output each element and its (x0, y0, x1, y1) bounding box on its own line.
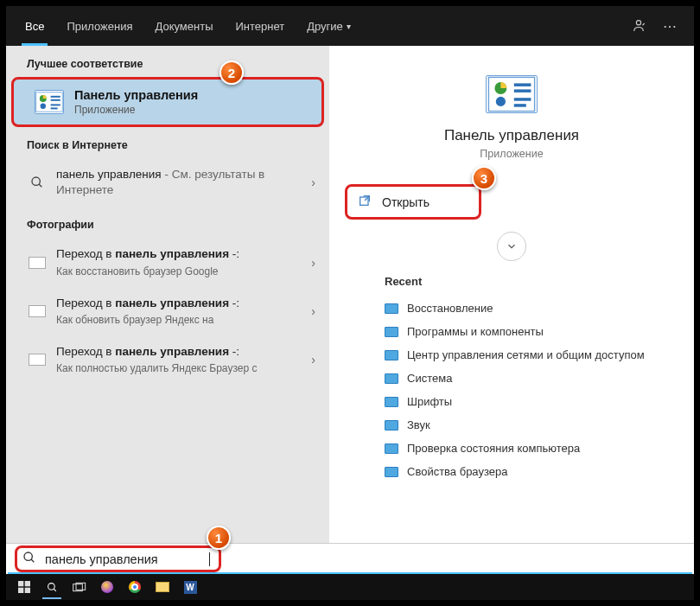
taskbar-yandex[interactable] (94, 575, 120, 599)
preview-title: Панель управления (345, 127, 678, 144)
recent-header: Recent (385, 275, 678, 288)
chevron-down-icon: ▾ (347, 22, 351, 31)
best-match-header: Лучшее соответствие (6, 46, 329, 77)
tab-documents[interactable]: Документы (144, 6, 223, 46)
annotation-badge-3: 3 (472, 166, 496, 190)
cpl-item-icon (385, 327, 398, 337)
open-icon (358, 194, 372, 210)
photos-header: Фотографии (6, 207, 329, 238)
tab-web[interactable]: Интернет (225, 6, 295, 46)
control-panel-large-icon (486, 75, 538, 113)
svg-point-8 (32, 177, 40, 185)
photo-result-1[interactable]: Переход в панель управления -:Как восста… (6, 238, 329, 286)
chevron-right-icon: › (311, 353, 321, 367)
photo-thumb-icon (29, 354, 46, 366)
search-input[interactable] (45, 552, 200, 566)
svg-rect-5 (51, 99, 60, 101)
svg-line-19 (31, 559, 34, 562)
cpl-item-icon (385, 443, 398, 454)
recent-item[interactable]: Программы и компоненты (385, 320, 678, 343)
taskbar-start[interactable] (11, 575, 37, 599)
svg-point-12 (496, 97, 506, 106)
cpl-item-icon (385, 350, 398, 360)
control-panel-icon (35, 90, 64, 114)
recent-item[interactable]: Свойства браузера (385, 460, 678, 483)
svg-point-0 (636, 21, 640, 25)
svg-line-25 (54, 589, 56, 591)
web-search-item[interactable]: панель управления - См. результаты в Инт… (6, 158, 329, 207)
taskbar-word[interactable]: W (177, 575, 203, 599)
chevron-right-icon: › (311, 304, 321, 318)
svg-line-9 (39, 184, 41, 187)
recent-item[interactable]: Шрифты (385, 390, 678, 413)
chevron-right-icon: › (311, 175, 321, 189)
best-match-subtitle: Приложение (74, 104, 198, 116)
svg-rect-23 (25, 588, 30, 593)
recent-item[interactable]: Звук (385, 413, 678, 437)
best-match-title: Панель управления (74, 88, 198, 102)
svg-rect-6 (51, 104, 60, 105)
recent-item[interactable]: Проверка состояния компьютера (385, 437, 678, 460)
taskbar-chrome[interactable] (122, 575, 148, 599)
cpl-item-icon (385, 420, 398, 431)
cpl-item-icon (385, 373, 398, 384)
svg-point-24 (48, 583, 54, 590)
tab-all[interactable]: Все (15, 6, 54, 46)
svg-rect-20 (18, 581, 23, 586)
text-caret (209, 552, 210, 566)
best-match-item[interactable]: Панель управления Приложение 2 (11, 77, 324, 127)
svg-rect-10 (488, 77, 534, 111)
recent-item[interactable]: Центр управления сетями и общим доступом (385, 343, 678, 367)
open-label: Открыть (382, 195, 430, 209)
svg-rect-21 (25, 581, 30, 586)
tab-more[interactable]: Другие▾ (296, 6, 361, 46)
photo-result-3[interactable]: Переход в панель управления -:Как полнос… (6, 335, 329, 384)
svg-rect-15 (514, 98, 531, 101)
recent-item[interactable]: Система (385, 367, 678, 390)
web-search-header: Поиск в Интернете (6, 127, 329, 158)
taskbar-taskview[interactable] (67, 575, 92, 599)
more-options-icon[interactable]: ⋯ (654, 10, 685, 41)
chevron-right-icon: › (311, 256, 321, 270)
taskbar-search[interactable] (39, 575, 65, 599)
preview-panel: Панель управления Приложение Открыть 3 R… (329, 46, 694, 543)
annotation-badge-2: 2 (220, 61, 244, 85)
search-tabs-bar: Все Приложения Документы Интернет Другие… (6, 6, 694, 46)
svg-rect-1 (36, 92, 62, 112)
preview-subtitle: Приложение (345, 148, 678, 160)
svg-point-18 (24, 552, 32, 560)
tab-apps[interactable]: Приложения (56, 6, 143, 46)
open-action[interactable]: Открыть 3 (345, 184, 481, 220)
svg-rect-16 (514, 104, 526, 107)
results-panel: Лучшее соответствие Панель управления Пр… (6, 46, 329, 543)
expand-button[interactable] (497, 232, 526, 261)
photo-thumb-icon (29, 257, 46, 269)
photo-thumb-icon (29, 305, 46, 317)
annotation-badge-1: 1 (207, 526, 231, 550)
cpl-item-icon (385, 397, 398, 407)
search-icon (22, 551, 36, 567)
recent-item[interactable]: Восстановление (385, 297, 678, 320)
svg-rect-7 (51, 107, 58, 109)
svg-rect-13 (514, 83, 531, 86)
cpl-item-icon (385, 467, 398, 477)
svg-rect-4 (51, 96, 60, 98)
search-icon (29, 175, 46, 189)
svg-rect-14 (514, 89, 531, 92)
taskbar: W (6, 574, 694, 600)
svg-rect-22 (18, 588, 23, 593)
svg-point-3 (41, 104, 46, 109)
feedback-icon[interactable] (623, 10, 654, 41)
taskbar-explorer[interactable] (150, 575, 175, 599)
search-bar: 1 (6, 543, 694, 574)
photo-result-2[interactable]: Переход в панель управления -:Как обнови… (6, 287, 329, 335)
cpl-item-icon (385, 303, 398, 314)
